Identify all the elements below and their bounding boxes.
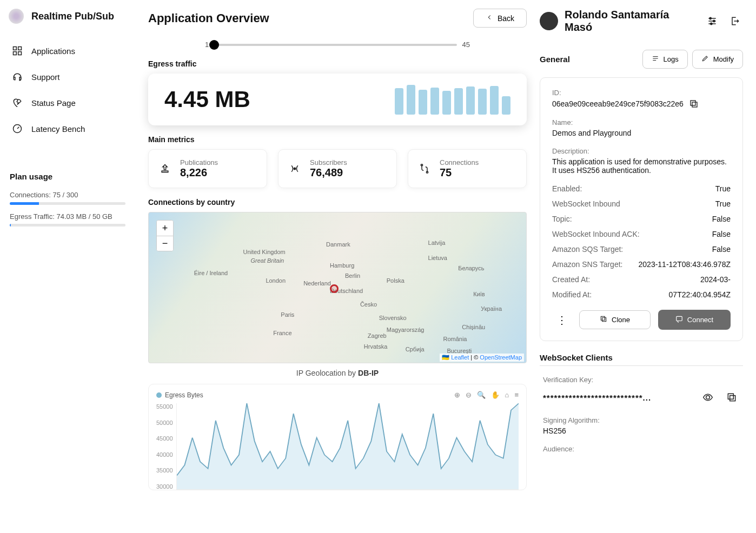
metrics-title: Main metrics [148,135,527,144]
svg-rect-14 [602,318,606,322]
sidebar-item-applications[interactable]: Applications [6,40,129,62]
plan-connections: Connections: 75 / 300 [10,191,125,199]
clone-button[interactable]: Clone [579,310,651,329]
metric-label: Publications [180,158,218,166]
leaflet-link[interactable]: Leaflet [451,354,469,361]
upload-icon [158,162,171,175]
logs-button[interactable]: Logs [642,50,688,69]
verification-key: ***************************... [543,393,692,402]
legend-label: Egress Bytes [165,391,203,399]
slider-track[interactable] [214,44,456,46]
back-label: Back [498,14,514,23]
zoom-out-button[interactable]: − [157,236,173,251]
cast-icon [675,315,683,324]
algo-label: Signing Algorithm: [543,416,740,424]
tab-general[interactable]: General [540,55,570,64]
egress-title: Egress traffic [148,59,527,68]
egress-value: 4.45 MB [164,86,250,112]
brand: Realtime Pub/Sub [6,9,129,24]
app-name: Demos and Playground [552,129,731,137]
osm-link[interactable]: OpenStreetMap [480,354,522,361]
logout-icon[interactable] [727,13,743,29]
svg-rect-16 [677,316,682,321]
svg-rect-5 [162,171,168,172]
headset-icon [12,71,23,82]
sidebar-item-status-page[interactable]: Status Page [6,92,129,114]
svg-point-9 [709,17,711,19]
detail-row: Enabled:True [552,184,731,193]
audience-label: Audience: [543,445,740,453]
detail-key: Amazon SNS Target: [552,260,622,269]
menu-icon[interactable]: ≡ [514,391,519,399]
metric-subscribers: Subscribers 76,489 [278,149,397,188]
zoom-select-icon[interactable]: 🔍 [477,391,486,399]
avatar[interactable] [540,12,558,30]
sidebar-item-support[interactable]: Support [6,66,129,88]
metric-label: Connections [440,158,479,166]
plan-egress-progress [10,224,125,226]
copy-icon[interactable] [724,389,740,405]
route-icon [418,162,431,175]
time-slider[interactable]: 1 45 [205,41,470,49]
id-label: ID: [552,89,731,97]
map-zoom: + − [156,220,174,251]
plan-usage: Plan usage Connections: 75 / 300 Egress … [6,172,129,226]
back-button[interactable]: Back [473,9,527,28]
chart-plot [176,403,519,490]
svg-point-8 [426,171,428,173]
settings-icon[interactable] [704,13,720,29]
ws-clients-title: WebSocket Clients [540,353,743,362]
more-menu[interactable]: ⋮ [552,314,572,327]
svg-point-10 [713,20,715,22]
eye-icon[interactable] [700,389,716,405]
pan-icon[interactable]: ✋ [491,391,500,399]
detail-value: False [712,215,731,223]
copy-icon [600,315,607,324]
map-caption: IP Geolocation by DB-IP [148,369,527,377]
home-icon[interactable]: ⌂ [505,391,509,399]
detail-value: 2024-03- [700,275,731,284]
plan-egress: Egress Traffic: 74.03 MB / 50 GB [10,212,125,221]
egress-card: 4.45 MB [148,74,527,125]
sidebar-item-latency-bench[interactable]: Latency Bench [6,118,129,139]
zoom-out-icon[interactable]: ⊖ [466,391,472,399]
connect-button[interactable]: Connect [658,310,731,330]
detail-key: Topic: [552,215,572,223]
metric-connections: Connections 75 [408,149,527,188]
svg-rect-1 [18,47,22,50]
vkey-label: Verification Key: [543,376,740,384]
metric-value: 75 [440,166,479,179]
sidebar-nav: Applications Support Status Page Latency… [6,40,129,139]
map-title: Connections by country [148,198,527,206]
legend-dot-icon [156,392,162,398]
svg-rect-2 [14,52,17,55]
metric-value: 76,489 [310,166,347,179]
detail-key: WebSocket Inbound [552,199,620,208]
slider-thumb[interactable] [209,40,219,50]
detail-value: False [712,245,731,254]
copy-icon[interactable] [689,99,699,109]
chart-toolbar: ⊕ ⊖ 🔍 ✋ ⌂ ≡ [454,391,519,399]
detail-value: 07T22:40:04.954Z [669,290,731,299]
modify-button[interactable]: Modify [692,50,743,69]
detail-row: WebSocket InboundTrue [552,199,731,208]
detail-key: Modified At: [552,290,592,299]
slider-max: 45 [462,41,470,49]
map-attribution: 🇺🇦 Leaflet | © OpenStreetMap [440,354,524,362]
zoom-in-button[interactable]: + [157,221,173,236]
brand-title: Realtime Pub/Sub [31,11,114,22]
sidebar-item-label: Applications [31,46,75,56]
connections-map[interactable]: + − United Kingdom Great Britain Éire / … [148,212,527,363]
svg-point-11 [711,23,712,24]
signing-algo: HS256 [543,427,740,435]
grid-icon [12,45,23,56]
svg-rect-13 [691,101,695,105]
zoom-in-icon[interactable]: ⊕ [454,391,460,399]
detail-key: WebSocket Inbound ACK: [552,230,640,238]
dbip-link[interactable]: DB-IP [358,369,379,377]
egress-sparkline [395,84,510,115]
svg-rect-0 [14,47,17,50]
chart-yaxis: 55000 50000 45000 40000 35000 30000 [156,403,176,490]
detail-row: Amazon SQS Target:False [552,245,731,254]
sidebar-item-label: Latency Bench [31,124,85,134]
